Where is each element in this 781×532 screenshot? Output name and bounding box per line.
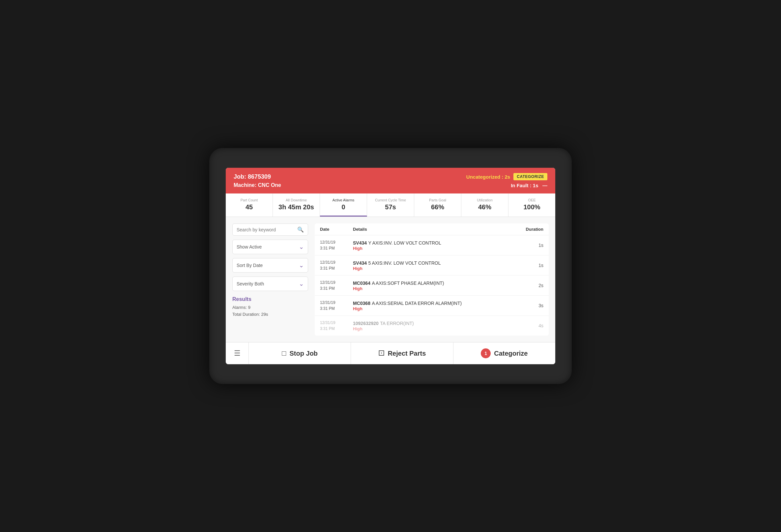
stop-icon: □ — [282, 349, 286, 358]
alarm-date-5: 12/31/19 3:31 PM — [320, 320, 353, 332]
col-details-header: Details — [353, 227, 517, 232]
main-content: 🔍 Show Active ⌄ Sort By Date ⌄ Severity … — [226, 217, 555, 342]
uncategorized-label: Uncategorized : 2s — [466, 174, 510, 180]
hamburger-icon: ☰ — [234, 350, 241, 357]
app-container: Job: 8675309 Uncategorized : 2s CATEGORI… — [226, 168, 555, 364]
in-fault-label: In Fault : 1s — — [511, 182, 547, 188]
severity-dropdown[interactable]: Severity Both ⌄ — [232, 277, 308, 291]
alarm-date-3: 12/31/19 3:31 PM — [320, 280, 353, 291]
categorize-label: Categorize — [494, 350, 528, 357]
reject-icon: ⚀ — [378, 349, 384, 358]
bottom-bar: ☰ □ Stop Job ⚀ Reject Parts 1 Categorize — [226, 342, 555, 364]
alarm-date-2: 12/31/19 3:31 PM — [320, 259, 353, 271]
results-section: Results Alarms: 9 Total Duration: 29s — [232, 296, 308, 318]
categorize-count-badge: 1 — [481, 349, 491, 358]
stat-label-oee: OEE — [511, 198, 552, 202]
stat-utilization[interactable]: Utilization 46% — [461, 194, 508, 216]
stat-label-downtime: All Downtime — [276, 198, 317, 202]
alarm-row[interactable]: 12/31/19 3:31 PM SV434 Y AXIS:INV. LOW V… — [315, 235, 549, 255]
stat-oee[interactable]: OEE 100% — [508, 194, 555, 216]
header-bottom: Machine: CNC One In Fault : 1s — — [234, 182, 547, 188]
col-duration-header: Duration — [517, 227, 543, 232]
stat-value-utilization: 46% — [464, 203, 505, 211]
menu-button[interactable]: ☰ — [226, 342, 249, 364]
alarm-row[interactable]: 12/31/19 3:31 PM MC0364 A AXIS:SOFT PHAS… — [315, 276, 549, 296]
results-title: Results — [232, 296, 308, 302]
alarm-details-4: MC0368 A AXIS:SERIAL DATA ERROR ALARM(IN… — [353, 300, 517, 311]
alarm-row[interactable]: 12/31/19 3:31 PM MC0368 A AXIS:SERIAL DA… — [315, 296, 549, 316]
job-title: Job: 8675309 — [234, 173, 271, 180]
chevron-down-icon-2: ⌄ — [299, 262, 304, 269]
machine-label: Machine: CNC One — [234, 182, 281, 188]
alarm-duration-2: 1s — [517, 263, 543, 268]
alarms-section: Date Details Duration 12/31/19 3:31 PM S… — [315, 223, 549, 335]
stat-active-alarms[interactable]: Active Alarms 0 — [320, 194, 367, 216]
sidebar: 🔍 Show Active ⌄ Sort By Date ⌄ Severity … — [232, 223, 308, 335]
alarm-row-faded[interactable]: 12/31/19 3:31 PM 1092632920 TA ERROR(INT… — [315, 316, 549, 335]
header-right-top: Uncategorized : 2s CATEGORIZE — [466, 173, 547, 180]
alarm-date-4: 12/31/19 3:31 PM — [320, 300, 353, 312]
search-box[interactable]: 🔍 — [232, 223, 308, 236]
alarm-details-3: MC0364 A AXIS:SOFT PHASE ALARM(INT) High — [353, 280, 517, 291]
alarm-row[interactable]: 12/31/19 3:31 PM SV434 5 AXIS:INV. LOW V… — [315, 255, 549, 276]
categorize-button-bottom[interactable]: 1 Categorize — [453, 342, 555, 364]
stat-part-count[interactable]: Part Count 45 — [226, 194, 273, 216]
stat-label-utilization: Utilization — [464, 198, 505, 202]
show-active-label: Show Active — [237, 244, 262, 249]
stat-value-downtime: 3h 45m 20s — [276, 203, 317, 211]
alarm-duration-1: 1s — [517, 243, 543, 248]
stats-bar: Part Count 45 All Downtime 3h 45m 20s Ac… — [226, 194, 555, 217]
col-date-header: Date — [320, 227, 353, 232]
chevron-down-icon-3: ⌄ — [299, 280, 304, 287]
alarms-count: Alarms: 9 — [232, 304, 308, 311]
stat-all-downtime[interactable]: All Downtime 3h 45m 20s — [273, 194, 320, 216]
alarm-details-5: 1092632920 TA ERROR(INT) High — [353, 320, 517, 331]
alarm-duration-5: 4s — [517, 323, 543, 328]
categorize-button[interactable]: CATEGORIZE — [513, 173, 547, 180]
header-top: Job: 8675309 Uncategorized : 2s CATEGORI… — [234, 173, 547, 180]
header: Job: 8675309 Uncategorized : 2s CATEGORI… — [226, 168, 555, 194]
stat-value-active-alarms: 0 — [323, 203, 364, 211]
alarm-date-1: 12/31/19 3:31 PM — [320, 239, 353, 251]
alarms-header: Date Details Duration — [315, 223, 549, 235]
alarm-details-1: SV434 Y AXIS:INV. LOW VOLT CONTROL High — [353, 240, 517, 251]
stat-value-cycle-time: 57s — [370, 203, 411, 211]
stat-parts-goal[interactable]: Parts Goal 66% — [414, 194, 461, 216]
search-input[interactable] — [237, 227, 297, 232]
severity-label: Severity Both — [237, 281, 264, 286]
total-duration: Total Duration: 29s — [232, 311, 308, 318]
stat-value-part-count: 45 — [229, 203, 270, 211]
show-active-dropdown[interactable]: Show Active ⌄ — [232, 240, 308, 254]
sort-by-label: Sort By Date — [237, 263, 263, 268]
stop-job-button[interactable]: □ Stop Job — [249, 342, 351, 364]
stat-label-part-count: Part Count — [229, 198, 270, 202]
alarm-details-2: SV434 5 AXIS:INV. LOW VOLT CONTROL High — [353, 260, 517, 271]
sort-by-dropdown[interactable]: Sort By Date ⌄ — [232, 258, 308, 273]
stat-label-cycle-time: Current Cycle Time — [370, 198, 411, 202]
stat-label-parts-goal: Parts Goal — [417, 198, 458, 202]
chevron-down-icon: ⌄ — [299, 243, 304, 250]
reject-parts-label: Reject Parts — [388, 350, 426, 357]
reject-parts-button[interactable]: ⚀ Reject Parts — [351, 342, 453, 364]
alarm-duration-4: 3s — [517, 303, 543, 308]
stat-label-active-alarms: Active Alarms — [323, 198, 364, 202]
search-icon: 🔍 — [297, 227, 304, 233]
tablet-shell: Job: 8675309 Uncategorized : 2s CATEGORI… — [209, 148, 572, 384]
stat-value-parts-goal: 66% — [417, 203, 458, 211]
stat-value-oee: 100% — [511, 203, 552, 211]
stat-cycle-time[interactable]: Current Cycle Time 57s — [367, 194, 414, 216]
alarm-duration-3: 2s — [517, 283, 543, 288]
stop-job-label: Stop Job — [290, 350, 318, 357]
